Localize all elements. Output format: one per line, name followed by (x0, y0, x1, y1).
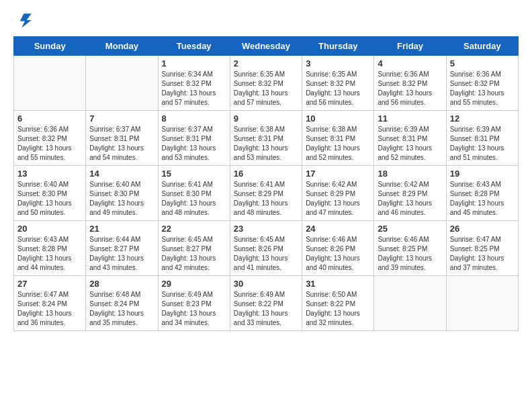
weekday-header-thursday: Thursday (302, 37, 374, 56)
calendar-cell: 14Sunrise: 6:40 AM Sunset: 8:30 PM Dayli… (86, 166, 158, 221)
weekday-header-saturday: Saturday (446, 37, 518, 56)
calendar-cell: 28Sunrise: 6:48 AM Sunset: 8:24 PM Dayli… (86, 276, 158, 331)
day-info: Sunrise: 6:45 AM Sunset: 8:26 PM Dayligh… (234, 235, 298, 273)
day-info: Sunrise: 6:45 AM Sunset: 8:27 PM Dayligh… (162, 235, 226, 273)
calendar-cell: 29Sunrise: 6:49 AM Sunset: 8:23 PM Dayli… (158, 276, 230, 331)
day-number: 7 (89, 113, 154, 124)
calendar-week-row: 27Sunrise: 6:47 AM Sunset: 8:24 PM Dayli… (14, 276, 519, 331)
day-info: Sunrise: 6:42 AM Sunset: 8:29 PM Dayligh… (378, 180, 442, 218)
calendar-cell: 22Sunrise: 6:45 AM Sunset: 8:27 PM Dayli… (158, 221, 230, 276)
calendar-header: SundayMondayTuesdayWednesdayThursdayFrid… (14, 37, 519, 56)
day-number: 29 (162, 279, 226, 289)
day-number: 31 (306, 279, 370, 289)
day-number: 18 (378, 169, 442, 179)
day-info: Sunrise: 6:47 AM Sunset: 8:24 PM Dayligh… (17, 290, 82, 328)
calendar-cell: 7Sunrise: 6:37 AM Sunset: 8:31 PM Daylig… (86, 111, 158, 166)
calendar-cell: 8Sunrise: 6:37 AM Sunset: 8:31 PM Daylig… (158, 111, 230, 166)
day-number: 19 (450, 169, 515, 179)
day-number: 13 (17, 169, 82, 179)
day-info: Sunrise: 6:46 AM Sunset: 8:26 PM Dayligh… (306, 235, 370, 273)
weekday-header-friday: Friday (374, 37, 446, 56)
calendar-cell: 21Sunrise: 6:44 AM Sunset: 8:27 PM Dayli… (86, 221, 158, 276)
day-info: Sunrise: 6:40 AM Sunset: 8:30 PM Dayligh… (17, 180, 82, 218)
calendar-cell: 6Sunrise: 6:36 AM Sunset: 8:32 PM Daylig… (14, 111, 86, 166)
calendar-cell: 17Sunrise: 6:42 AM Sunset: 8:29 PM Dayli… (302, 166, 374, 221)
day-number: 23 (234, 224, 298, 234)
weekday-header-monday: Monday (86, 37, 158, 56)
day-info: Sunrise: 6:36 AM Sunset: 8:32 PM Dayligh… (450, 70, 515, 107)
day-number: 30 (234, 279, 298, 289)
day-number: 28 (89, 279, 154, 289)
calendar-week-row: 13Sunrise: 6:40 AM Sunset: 8:30 PM Dayli… (14, 166, 519, 221)
day-number: 25 (378, 224, 442, 234)
day-number: 11 (378, 113, 442, 124)
weekday-row: SundayMondayTuesdayWednesdayThursdayFrid… (14, 37, 519, 56)
day-number: 24 (306, 224, 370, 234)
day-info: Sunrise: 6:44 AM Sunset: 8:27 PM Dayligh… (89, 235, 154, 273)
day-info: Sunrise: 6:47 AM Sunset: 8:25 PM Dayligh… (450, 235, 515, 273)
calendar-cell: 20Sunrise: 6:43 AM Sunset: 8:28 PM Dayli… (14, 221, 86, 276)
day-info: Sunrise: 6:41 AM Sunset: 8:30 PM Dayligh… (162, 180, 226, 218)
day-info: Sunrise: 6:41 AM Sunset: 8:29 PM Dayligh… (234, 180, 298, 218)
day-number: 2 (234, 58, 298, 68)
day-number: 10 (306, 113, 370, 124)
day-number: 1 (162, 58, 226, 68)
day-number: 16 (234, 169, 298, 179)
day-info: Sunrise: 6:42 AM Sunset: 8:29 PM Dayligh… (306, 180, 370, 218)
day-info: Sunrise: 6:38 AM Sunset: 8:31 PM Dayligh… (234, 125, 298, 163)
day-number: 21 (89, 224, 154, 234)
day-info: Sunrise: 6:39 AM Sunset: 8:31 PM Dayligh… (378, 125, 442, 163)
day-number: 26 (450, 224, 515, 234)
calendar-cell (14, 56, 86, 111)
calendar-week-row: 20Sunrise: 6:43 AM Sunset: 8:28 PM Dayli… (14, 221, 519, 276)
calendar-cell (86, 56, 158, 111)
day-info: Sunrise: 6:50 AM Sunset: 8:22 PM Dayligh… (306, 290, 370, 328)
day-number: 17 (306, 169, 370, 179)
calendar-cell: 25Sunrise: 6:46 AM Sunset: 8:25 PM Dayli… (374, 221, 446, 276)
calendar-cell: 23Sunrise: 6:45 AM Sunset: 8:26 PM Dayli… (230, 221, 302, 276)
weekday-header-tuesday: Tuesday (158, 37, 230, 56)
calendar-cell: 26Sunrise: 6:47 AM Sunset: 8:25 PM Dayli… (446, 221, 518, 276)
calendar-cell: 5Sunrise: 6:36 AM Sunset: 8:32 PM Daylig… (446, 56, 518, 111)
calendar-week-row: 6Sunrise: 6:36 AM Sunset: 8:32 PM Daylig… (14, 111, 519, 166)
calendar-cell: 3Sunrise: 6:35 AM Sunset: 8:32 PM Daylig… (302, 56, 374, 111)
weekday-header-sunday: Sunday (14, 37, 86, 56)
header (13, 11, 519, 30)
day-info: Sunrise: 6:34 AM Sunset: 8:32 PM Dayligh… (162, 70, 226, 107)
day-number: 3 (306, 58, 370, 68)
day-number: 4 (378, 58, 442, 68)
calendar-cell: 19Sunrise: 6:43 AM Sunset: 8:28 PM Dayli… (446, 166, 518, 221)
day-number: 9 (234, 113, 298, 124)
day-info: Sunrise: 6:35 AM Sunset: 8:32 PM Dayligh… (306, 70, 370, 107)
calendar-cell: 31Sunrise: 6:50 AM Sunset: 8:22 PM Dayli… (302, 276, 374, 331)
day-info: Sunrise: 6:49 AM Sunset: 8:22 PM Dayligh… (234, 290, 298, 328)
day-info: Sunrise: 6:39 AM Sunset: 8:31 PM Dayligh… (450, 125, 515, 163)
calendar-cell (374, 276, 446, 331)
day-info: Sunrise: 6:46 AM Sunset: 8:25 PM Dayligh… (378, 235, 442, 273)
svg-marker-0 (20, 13, 32, 28)
page: SundayMondayTuesdayWednesdayThursdayFrid… (0, 0, 532, 411)
day-number: 14 (89, 169, 154, 179)
day-info: Sunrise: 6:49 AM Sunset: 8:23 PM Dayligh… (162, 290, 226, 328)
day-number: 15 (162, 169, 226, 179)
day-number: 5 (450, 58, 515, 68)
calendar-cell: 2Sunrise: 6:35 AM Sunset: 8:32 PM Daylig… (230, 56, 302, 111)
day-number: 22 (162, 224, 226, 234)
calendar-body: 1Sunrise: 6:34 AM Sunset: 8:32 PM Daylig… (14, 56, 519, 331)
day-info: Sunrise: 6:37 AM Sunset: 8:31 PM Dayligh… (89, 125, 154, 163)
calendar-cell: 15Sunrise: 6:41 AM Sunset: 8:30 PM Dayli… (158, 166, 230, 221)
logo (13, 11, 35, 30)
day-info: Sunrise: 6:43 AM Sunset: 8:28 PM Dayligh… (450, 180, 515, 218)
calendar-cell: 11Sunrise: 6:39 AM Sunset: 8:31 PM Dayli… (374, 111, 446, 166)
day-info: Sunrise: 6:38 AM Sunset: 8:31 PM Dayligh… (306, 125, 370, 163)
day-info: Sunrise: 6:37 AM Sunset: 8:31 PM Dayligh… (162, 125, 226, 163)
calendar-cell: 12Sunrise: 6:39 AM Sunset: 8:31 PM Dayli… (446, 111, 518, 166)
calendar-table: SundayMondayTuesdayWednesdayThursdayFrid… (13, 36, 519, 331)
day-number: 12 (450, 113, 515, 124)
calendar-cell: 9Sunrise: 6:38 AM Sunset: 8:31 PM Daylig… (230, 111, 302, 166)
calendar-cell: 24Sunrise: 6:46 AM Sunset: 8:26 PM Dayli… (302, 221, 374, 276)
calendar-cell (446, 276, 518, 331)
day-number: 20 (17, 224, 82, 234)
day-number: 27 (17, 279, 82, 289)
day-info: Sunrise: 6:36 AM Sunset: 8:32 PM Dayligh… (378, 70, 442, 107)
